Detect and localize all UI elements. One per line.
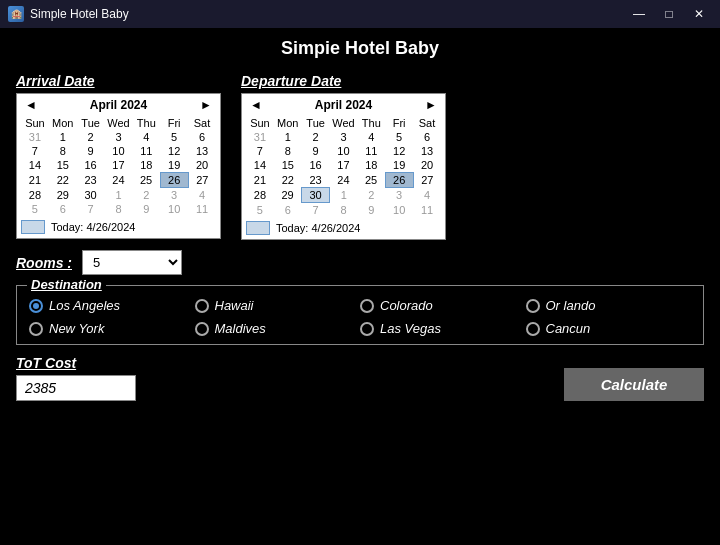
cal-day[interactable]: 31 <box>246 130 274 144</box>
arrival-prev-button[interactable]: ◄ <box>21 98 41 112</box>
cal-day[interactable]: 20 <box>188 158 216 173</box>
cost-input[interactable] <box>16 375 136 401</box>
cal-day[interactable]: 2 <box>302 130 330 144</box>
cal-day[interactable]: 2 <box>132 188 160 203</box>
cal-day[interactable]: 5 <box>246 203 274 218</box>
destination-option-hawaii[interactable]: Hawaii <box>195 298 361 313</box>
cal-day[interactable]: 29 <box>49 188 77 203</box>
cal-day[interactable]: 30 <box>302 188 330 203</box>
cal-day[interactable]: 22 <box>49 173 77 188</box>
cal-day[interactable]: 5 <box>385 130 413 144</box>
cal-day[interactable]: 12 <box>160 144 188 158</box>
cal-day[interactable]: 27 <box>188 173 216 188</box>
cal-day[interactable]: 8 <box>330 203 358 218</box>
cal-day[interactable]: 25 <box>132 173 160 188</box>
cal-day[interactable]: 16 <box>77 158 105 173</box>
cal-day[interactable]: 10 <box>330 144 358 158</box>
cal-day[interactable]: 1 <box>330 188 358 203</box>
destination-option-los-angeles[interactable]: Los Angeles <box>29 298 195 313</box>
cal-day[interactable]: 4 <box>357 130 385 144</box>
cal-day[interactable]: 23 <box>77 173 105 188</box>
maximize-button[interactable]: □ <box>656 5 682 23</box>
cal-day[interactable]: 5 <box>21 202 49 216</box>
cal-day[interactable]: 3 <box>330 130 358 144</box>
cal-day[interactable]: 2 <box>357 188 385 203</box>
cal-day[interactable]: 19 <box>385 158 413 173</box>
close-button[interactable]: ✕ <box>686 5 712 23</box>
destination-option-orlando[interactable]: Or lando <box>526 298 692 313</box>
cal-day[interactable]: 29 <box>274 188 302 203</box>
rooms-select[interactable]: 12345678910 <box>82 250 182 275</box>
cal-day[interactable]: 8 <box>105 202 133 216</box>
cal-day[interactable]: 25 <box>357 173 385 188</box>
cal-day[interactable]: 28 <box>21 188 49 203</box>
cal-day[interactable]: 11 <box>188 202 216 216</box>
cal-day[interactable]: 23 <box>302 173 330 188</box>
cal-day[interactable]: 2 <box>77 130 105 144</box>
cal-day[interactable]: 26 <box>160 173 188 188</box>
cal-day[interactable]: 16 <box>302 158 330 173</box>
cal-day[interactable]: 22 <box>274 173 302 188</box>
cal-day[interactable]: 21 <box>21 173 49 188</box>
cal-day[interactable]: 10 <box>160 202 188 216</box>
cal-day[interactable]: 28 <box>246 188 274 203</box>
cal-day[interactable]: 11 <box>132 144 160 158</box>
cal-day[interactable]: 9 <box>302 144 330 158</box>
cal-day[interactable]: 15 <box>274 158 302 173</box>
cal-day[interactable]: 1 <box>49 130 77 144</box>
cal-day[interactable]: 10 <box>385 203 413 218</box>
cal-day[interactable]: 9 <box>77 144 105 158</box>
arrival-next-button[interactable]: ► <box>196 98 216 112</box>
destination-option-cancun[interactable]: Cancun <box>526 321 692 336</box>
cal-day[interactable]: 4 <box>188 188 216 203</box>
cal-day[interactable]: 19 <box>160 158 188 173</box>
cal-day[interactable]: 9 <box>357 203 385 218</box>
cal-day[interactable]: 8 <box>49 144 77 158</box>
cal-day[interactable]: 14 <box>21 158 49 173</box>
destination-option-colorado[interactable]: Colorado <box>360 298 526 313</box>
cal-day[interactable]: 3 <box>105 130 133 144</box>
destination-option-las-vegas[interactable]: Las Vegas <box>360 321 526 336</box>
cal-day[interactable]: 7 <box>302 203 330 218</box>
minimize-button[interactable]: — <box>626 5 652 23</box>
cal-day[interactable]: 3 <box>385 188 413 203</box>
cal-day[interactable]: 11 <box>413 203 441 218</box>
destination-option-maldives[interactable]: Maldives <box>195 321 361 336</box>
calculate-button[interactable]: Calculate <box>564 368 704 401</box>
destination-option-new-york[interactable]: New York <box>29 321 195 336</box>
cal-day[interactable]: 9 <box>132 202 160 216</box>
cal-day[interactable]: 18 <box>357 158 385 173</box>
cal-day[interactable]: 15 <box>49 158 77 173</box>
cal-day[interactable]: 17 <box>105 158 133 173</box>
cal-day[interactable]: 30 <box>77 188 105 203</box>
cal-day[interactable]: 7 <box>21 144 49 158</box>
cal-day[interactable]: 6 <box>274 203 302 218</box>
cal-day[interactable]: 7 <box>246 144 274 158</box>
cal-day[interactable]: 7 <box>77 202 105 216</box>
cal-day[interactable]: 13 <box>413 144 441 158</box>
cal-day[interactable]: 11 <box>357 144 385 158</box>
cal-day[interactable]: 6 <box>188 130 216 144</box>
cal-day[interactable]: 31 <box>21 130 49 144</box>
cal-day[interactable]: 24 <box>105 173 133 188</box>
cal-day[interactable]: 12 <box>385 144 413 158</box>
cal-day[interactable]: 18 <box>132 158 160 173</box>
cal-day[interactable]: 6 <box>49 202 77 216</box>
cal-day[interactable]: 24 <box>330 173 358 188</box>
cal-day[interactable]: 6 <box>413 130 441 144</box>
cal-day[interactable]: 1 <box>274 130 302 144</box>
cal-day[interactable]: 5 <box>160 130 188 144</box>
cal-day[interactable]: 17 <box>330 158 358 173</box>
cal-day[interactable]: 13 <box>188 144 216 158</box>
cal-day[interactable]: 1 <box>105 188 133 203</box>
cal-day[interactable]: 8 <box>274 144 302 158</box>
departure-next-button[interactable]: ► <box>421 98 441 112</box>
cal-day[interactable]: 20 <box>413 158 441 173</box>
departure-prev-button[interactable]: ◄ <box>246 98 266 112</box>
cal-day[interactable]: 14 <box>246 158 274 173</box>
cal-day[interactable]: 27 <box>413 173 441 188</box>
cal-day[interactable]: 26 <box>385 173 413 188</box>
cal-day[interactable]: 21 <box>246 173 274 188</box>
cal-day[interactable]: 10 <box>105 144 133 158</box>
cal-day[interactable]: 4 <box>132 130 160 144</box>
